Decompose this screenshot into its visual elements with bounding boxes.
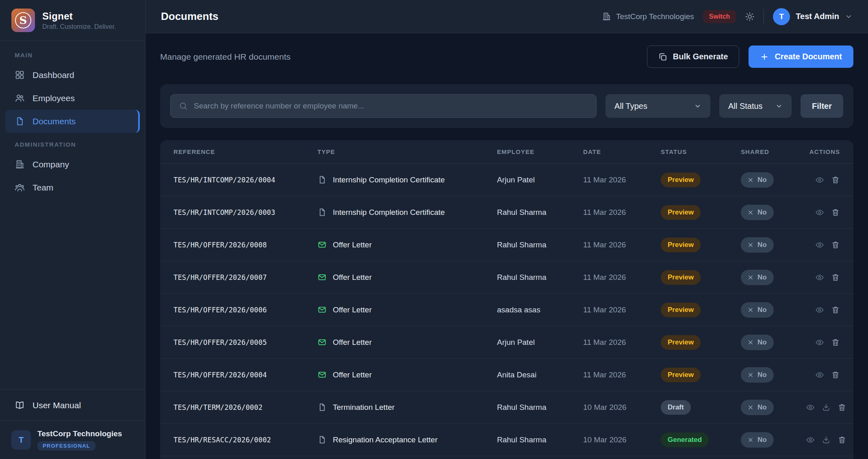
view-button[interactable]: [806, 435, 815, 444]
actions-cell: [806, 403, 846, 412]
view-button[interactable]: [815, 273, 824, 282]
reference-cell: TES/HR/TERM/2026/0002: [174, 403, 263, 411]
x-icon: [748, 340, 753, 345]
delete-button[interactable]: [831, 240, 840, 249]
sun-icon: [745, 12, 755, 22]
filter-button[interactable]: Filter: [801, 94, 843, 118]
view-button[interactable]: [815, 175, 824, 184]
page-subtitle: Manage generated HR documents: [160, 52, 291, 62]
table-row: TES/HR/TERM/2026/0002 Termination Letter…: [160, 391, 853, 424]
table-row: TES/HR/OFFER/2026/0005 Offer Letter Arju…: [160, 326, 853, 359]
employee-cell: Anita Desai: [497, 370, 583, 379]
table-row: TES/HR/OFFER/2026/0004 Offer Letter Anit…: [160, 359, 853, 391]
type-cell: Offer Letter: [317, 370, 497, 379]
shared-badge: No: [741, 237, 774, 253]
create-document-button[interactable]: Create Document: [749, 45, 853, 68]
filter-bar: All Types All Status Filter: [160, 84, 853, 128]
delete-button[interactable]: [838, 435, 846, 444]
mail-icon: [317, 338, 327, 347]
delete-button[interactable]: [831, 305, 840, 314]
view-button[interactable]: [815, 208, 824, 217]
employee-cell: Rahul Sharma: [497, 240, 583, 249]
nav-section-main: MAIN: [0, 43, 145, 63]
view-button[interactable]: [815, 305, 824, 314]
delete-button[interactable]: [831, 338, 840, 347]
type-cell: Offer Letter: [317, 240, 497, 249]
table-row: TES/HR/OFFER/2026/0008 Offer Letter Rahu…: [160, 229, 853, 261]
date-cell: 10 Mar 2026: [583, 403, 661, 412]
main-area: Documents TestCorp Technologies Switch T…: [145, 0, 868, 459]
column-header: Employee: [497, 148, 583, 155]
logo-letter: S: [15, 12, 31, 28]
date-cell: 10 Mar 2026: [583, 435, 661, 444]
type-cell: Offer Letter: [317, 338, 497, 347]
mail-icon: [317, 273, 327, 282]
x-icon: [748, 307, 753, 313]
file-icon: [317, 208, 327, 217]
status-filter-value: All Status: [728, 102, 762, 111]
type-label: Internship Completion Certificate: [333, 208, 445, 217]
delete-button[interactable]: [838, 403, 846, 412]
create-document-label: Create Document: [775, 52, 842, 61]
sidebar-item-documents[interactable]: Documents: [5, 110, 140, 133]
type-filter-select[interactable]: All Types: [605, 94, 710, 118]
status-filter-select[interactable]: All Status: [719, 94, 792, 118]
x-icon: [748, 405, 753, 410]
switch-org-button[interactable]: Switch: [703, 10, 736, 23]
employee-cell: asadsa asas: [497, 305, 583, 314]
type-cell: Internship Completion Certificate: [317, 208, 497, 217]
sidebar-item-company[interactable]: Company: [5, 153, 140, 176]
column-header: Type: [317, 148, 497, 155]
org-chip-label: TestCorp Technologies: [616, 12, 694, 21]
type-label: Resignation Acceptance Letter: [333, 435, 438, 444]
delete-button[interactable]: [831, 370, 840, 379]
employee-cell: Rahul Sharma: [497, 273, 583, 282]
book-icon: [15, 400, 25, 410]
delete-button[interactable]: [831, 208, 840, 217]
user-manual-link[interactable]: User Manual: [0, 390, 145, 421]
actions-cell: [806, 370, 840, 379]
theme-toggle-button[interactable]: [745, 12, 755, 22]
topbar: Documents TestCorp Technologies Switch T…: [145, 0, 868, 33]
nav-section-administration: ADMINISTRATION: [0, 133, 145, 153]
sidebar-item-team[interactable]: Team: [5, 176, 140, 199]
type-cell: Resignation Acceptance Letter: [317, 435, 497, 444]
view-button[interactable]: [815, 370, 824, 379]
status-badge: Preview: [661, 335, 701, 350]
user-menu[interactable]: T Test Admin: [773, 8, 853, 25]
download-button[interactable]: [822, 403, 831, 412]
view-button[interactable]: [815, 338, 824, 347]
chevron-down-icon: [845, 13, 853, 20]
reference-cell: TES/HR/OFFER/2026/0004: [174, 371, 267, 379]
search-box: [170, 94, 597, 118]
type-cell: Internship Completion Certificate: [317, 175, 497, 184]
view-button[interactable]: [815, 240, 824, 249]
shared-badge: No: [741, 205, 774, 220]
download-button[interactable]: [822, 435, 831, 444]
bulk-generate-button[interactable]: Bulk Generate: [647, 45, 740, 68]
sidebar-item-employees[interactable]: Employees: [5, 87, 140, 110]
table-row: TES/HR/OFFER/2026/0007 Offer Letter Rahu…: [160, 261, 853, 294]
user-avatar: T: [773, 8, 790, 25]
search-input[interactable]: [194, 102, 588, 110]
document-icon: [15, 116, 25, 126]
page-title: Documents: [161, 10, 219, 23]
mail-icon: [317, 370, 327, 379]
date-cell: 11 Mar 2026: [583, 338, 661, 347]
chevron-down-icon: [694, 102, 701, 110]
delete-button[interactable]: [831, 175, 840, 184]
file-icon: [317, 403, 327, 412]
sidebar-footer: User Manual T TestCorp Technologies PROF…: [0, 390, 145, 459]
divider: [764, 9, 764, 24]
status-badge: Generated: [661, 433, 709, 447]
view-button[interactable]: [806, 403, 815, 412]
sidebar-item-dashboard[interactable]: Dashboard: [5, 63, 140, 87]
brand-name: Signet: [42, 11, 116, 22]
delete-button[interactable]: [831, 273, 840, 282]
employee-cell: Rahul Sharma: [497, 208, 583, 217]
company-icon: [15, 159, 25, 169]
table-body: TES/HR/INTCOMP/2026/0004 Internship Comp…: [160, 164, 853, 456]
sidebar-item-label: Dashboard: [33, 70, 74, 80]
dashboard-icon: [15, 70, 25, 80]
column-header: Actions: [806, 148, 840, 155]
